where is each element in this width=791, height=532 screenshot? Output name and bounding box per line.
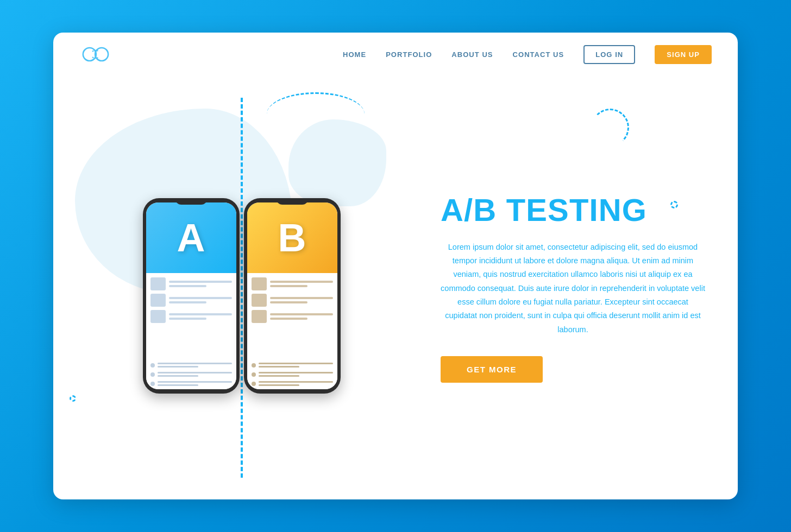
list-line [158,372,232,373]
list-dot [150,382,155,386]
nav-home[interactable]: HOME [343,50,366,59]
phone-b-letter: B [278,216,306,260]
content-line-short [270,285,308,287]
list-dot [150,363,155,368]
list-line-short [158,366,198,368]
nav-contact[interactable]: CONTACT US [513,50,564,59]
list-lines [259,372,333,377]
list-lines [158,381,232,386]
phone-a-list [146,359,236,389]
dashed-corner-tr [591,109,629,147]
phone-b-notch [276,198,309,205]
list-line [259,363,333,364]
phones-container: A [143,198,341,394]
content-line-short [169,318,207,320]
list-lines [158,372,232,377]
content-line [270,297,333,299]
nav-portfolio[interactable]: PORTFOLIO [386,50,432,59]
list-line [259,372,333,373]
login-button[interactable]: LOG IN [583,45,635,64]
header: HOME PORTFOLIO ABOUT US CONTACT US LOG I… [53,33,738,76]
content-line [169,281,232,283]
phone-a-content [146,273,236,359]
dashed-arc-top [267,92,365,136]
content-lines [169,313,232,320]
list-item [252,381,333,386]
content-lines [270,313,333,320]
list-dot [150,372,155,377]
phone-a-header: A [146,202,236,273]
content-lines [270,297,333,303]
main-card: HOME PORTFOLIO ABOUT US CONTACT US LOG I… [53,33,738,499]
content-line [270,313,333,315]
content-thumb [150,277,166,290]
phone-b-list [247,359,337,389]
phone-a: A [143,198,240,394]
list-line-short [158,375,198,377]
list-line-short [259,384,299,386]
phone-b-screen: B [247,202,337,389]
right-section: A/B TESTING Lorem ipsum dolor sit amet, … [430,76,738,499]
svg-point-1 [95,48,108,61]
content-row [252,310,333,323]
content-lines [169,281,232,287]
content-row [150,277,232,290]
list-dot [252,363,256,368]
hero-description: Lorem ipsum dolor sit amet, consectetur … [441,240,705,337]
list-dot [252,372,256,377]
list-lines [259,363,333,368]
phone-b-content [247,273,337,359]
logo[interactable] [79,45,112,64]
content-lines [169,297,232,303]
list-dot [252,382,256,386]
content-line-short [270,318,308,320]
phone-a-notch [175,198,208,205]
list-lines [158,363,232,368]
phone-a-letter: A [177,216,205,260]
main-content: A [53,76,738,499]
content-line-short [169,285,207,287]
dashed-dot-right [670,201,678,208]
content-line-short [270,301,308,303]
hero-title: A/B TESTING [441,193,705,227]
content-row [252,294,333,307]
phone-b-header: B [247,202,337,273]
content-row [150,310,232,323]
nav: HOME PORTFOLIO ABOUT US CONTACT US LOG I… [343,45,712,64]
phone-b: B [244,198,341,394]
content-thumb [252,310,267,323]
list-item [150,363,232,368]
list-line [158,363,232,364]
phone-a-screen: A [146,202,236,389]
list-line [158,381,232,383]
content-thumb [150,294,166,307]
list-item [150,372,232,377]
content-thumb [150,310,166,323]
content-row [150,294,232,307]
list-item [252,372,333,377]
list-line [259,381,333,383]
content-thumb [252,277,267,290]
content-line-short [169,301,207,303]
list-item [150,381,232,386]
list-lines [259,381,333,386]
list-line-short [259,366,299,368]
nav-about[interactable]: ABOUT US [451,50,493,59]
list-item [252,363,333,368]
signup-button[interactable]: SIGN UP [655,45,712,64]
content-line [169,313,232,315]
list-line-short [158,384,198,386]
content-line [169,297,232,299]
content-row [252,277,333,290]
dashed-dot-left [70,395,76,402]
content-thumb [252,294,267,307]
get-more-button[interactable]: GET MORE [441,356,543,383]
list-line-short [259,375,299,377]
left-section: A [53,76,430,499]
svg-point-0 [83,48,96,61]
content-lines [270,281,333,287]
content-line [270,281,333,283]
